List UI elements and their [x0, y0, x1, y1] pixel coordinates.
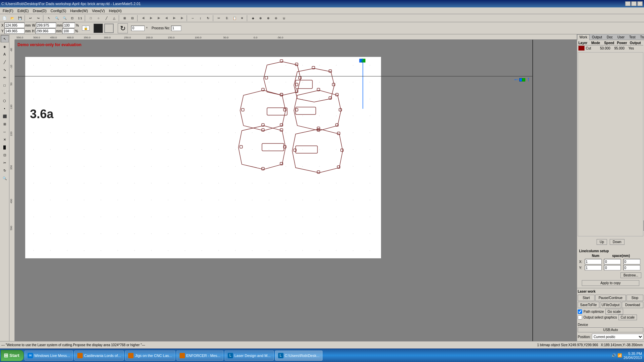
tool-bezier[interactable]: ∿ — [1, 66, 9, 73]
menu-handle[interactable]: Handle(W) — [68, 8, 90, 13]
toolbar-circle[interactable]: ○ — [95, 15, 102, 22]
tab-work[interactable]: Work — [577, 34, 590, 40]
toolbar-poly[interactable]: △ — [110, 15, 118, 22]
stop-button[interactable]: Stop — [627, 295, 643, 301]
x-num-input[interactable] — [585, 259, 602, 264]
tool-barcode[interactable]: ▐▌ — [1, 143, 9, 151]
tab-output[interactable]: Output — [590, 34, 604, 40]
tool-select[interactable]: ↖ — [1, 35, 9, 42]
y-input[interactable] — [4, 28, 25, 34]
tab-user[interactable]: User — [615, 34, 627, 40]
start-button[interactable]: Start — [578, 295, 595, 301]
tool-rotate[interactable]: ↻ — [1, 167, 9, 174]
tool-cross[interactable]: ✕ — [1, 136, 9, 143]
tool-rect[interactable]: □ — [1, 81, 9, 89]
toolbar-zoom-fit[interactable]: ⊡ — [69, 15, 76, 22]
taskbar-castlevania[interactable]: Castlevania Lords of... — [74, 351, 124, 361]
toolbar-save[interactable]: 💾 — [16, 15, 24, 22]
tool-grid[interactable]: ⊞ — [1, 120, 9, 128]
path-optimize-checkbox[interactable] — [578, 309, 582, 314]
position-select[interactable]: Current positic Absolute origin Machine … — [592, 334, 643, 340]
rotation-input[interactable] — [131, 26, 145, 31]
color-swatch[interactable] — [93, 24, 103, 33]
toolbar-union[interactable]: ⊔ — [280, 15, 288, 22]
toolbar-align-center[interactable]: ⫸ — [147, 15, 155, 22]
toolbar-intersect[interactable]: ⊗ — [265, 15, 272, 22]
stroke-swatch[interactable] — [104, 24, 114, 33]
toolbar-align-top[interactable]: ⫷ — [163, 15, 170, 22]
toolbar-align-right[interactable]: ⫸ — [155, 15, 162, 22]
tool-fill[interactable]: ⬛ — [1, 112, 9, 120]
toolbar-zoom-in[interactable]: 🔍 — [53, 15, 61, 22]
tool-line[interactable]: ╱ — [1, 58, 9, 66]
toolbar-delete[interactable]: ✕ — [238, 15, 246, 22]
x-input[interactable] — [4, 23, 25, 28]
toolbar-rotate90[interactable]: ↻ — [204, 15, 212, 22]
x-space-input[interactable] — [604, 259, 621, 264]
pause-button[interactable]: Pause/Continue — [595, 295, 626, 301]
toolbar-mirror-v[interactable]: ↕ — [197, 15, 204, 22]
tool-point[interactable]: • — [1, 105, 9, 112]
toolbar-undo[interactable]: ↩ — [27, 15, 34, 22]
toolbar-mirror-h[interactable]: ↔ — [189, 15, 196, 22]
process-no-input[interactable] — [171, 26, 181, 31]
toolbar-subtract[interactable]: ⊖ — [272, 15, 280, 22]
toolbar-weld[interactable]: ⊕ — [257, 15, 264, 22]
menu-edit[interactable]: Edit(E) — [15, 8, 31, 13]
go-scale-button[interactable]: Go scale — [605, 309, 623, 315]
canvas[interactable]: Demo version-only for evaluation 3.6a — [15, 40, 577, 341]
toolbar-cut[interactable]: ✂ — [215, 15, 223, 22]
y-disloc-input[interactable] — [623, 265, 640, 270]
tab-doc[interactable]: Doc — [604, 34, 615, 40]
lock-ratio-icon[interactable]: 🔒 — [82, 26, 89, 31]
menu-help[interactable]: Help(H) — [107, 8, 124, 13]
maximize-button[interactable]: □ — [631, 1, 637, 6]
toolbar-zoom-100[interactable]: 1:1 — [76, 15, 84, 22]
toolbar-rect[interactable]: □ — [87, 15, 94, 22]
u-file-output-button[interactable]: UFileOutput — [600, 302, 621, 308]
x-disloc-input[interactable] — [623, 259, 640, 264]
toolbar-paste[interactable]: 📋 — [231, 15, 238, 22]
toolbar-open[interactable]: 📂 — [8, 15, 16, 22]
start-button[interactable]: ⊞ Start — [1, 350, 24, 361]
toolbar-align-mid[interactable]: ⫸ — [171, 15, 178, 22]
up-button[interactable]: Up — [597, 239, 607, 245]
taskbar-enforcer[interactable]: ENFORCER - Mes... — [177, 351, 223, 361]
tool-circle[interactable]: ○ — [1, 89, 9, 97]
output-select-checkbox[interactable] — [578, 315, 582, 320]
width-input[interactable] — [36, 23, 56, 28]
taskbar-laser-design[interactable]: L Laser Design and M... — [225, 351, 274, 361]
cut-scale-button[interactable]: Cut scale — [618, 315, 637, 320]
minimize-button[interactable]: − — [625, 1, 631, 6]
toolbar-align-bottom[interactable]: ⫸ — [178, 15, 186, 22]
download-button[interactable]: Download — [622, 302, 643, 308]
apply-to-copy-button[interactable]: Apply to copy — [582, 280, 640, 286]
y-num-input[interactable] — [585, 265, 602, 270]
height-pct[interactable] — [62, 28, 74, 34]
close-button[interactable]: × — [637, 1, 643, 6]
toolbar-copy[interactable]: ⎘ — [223, 15, 230, 22]
taskbar-current-file[interactable]: L C:\Users\Rob\Desk... — [275, 351, 323, 361]
rotate-btn[interactable]: ↻ — [118, 23, 128, 33]
tab-test[interactable]: Test — [627, 34, 638, 40]
toolbar-line[interactable]: ╱ — [103, 15, 110, 22]
toolbar-zoom-out[interactable]: 🔍 — [61, 15, 68, 22]
tab-transform[interactable]: Transform — [638, 34, 644, 40]
toolbar-node-edit[interactable]: ◈ — [249, 15, 257, 22]
bestrew-button[interactable]: Bestrew... — [620, 272, 641, 278]
tool-cut-path[interactable]: ✂ — [1, 159, 9, 166]
tool-polygon[interactable]: ⬡ — [1, 97, 9, 104]
menu-config[interactable]: Config(S) — [48, 8, 68, 13]
toolbar-align-left[interactable]: ⫷ — [140, 15, 147, 22]
menu-file[interactable]: File(F) — [1, 8, 15, 13]
toolbar-select[interactable]: ↖ — [45, 15, 53, 22]
menu-draw[interactable]: Draw(D) — [31, 8, 48, 13]
tool-zoom[interactable]: 🔍 — [1, 174, 9, 182]
taskbar-jigs-cnc[interactable]: Jigs on the CNC Las... — [125, 351, 175, 361]
width-pct[interactable] — [63, 23, 75, 28]
y-space-input[interactable] — [604, 265, 621, 270]
layer-row[interactable]: Cut 50.000 95.000 Yes — [578, 45, 643, 51]
tool-node[interactable]: ◈ — [1, 43, 9, 50]
taskbar-windows-live[interactable]: ✉ Windows Live Mess... — [25, 351, 73, 361]
save-to-file-button[interactable]: SaveToFile — [578, 302, 599, 308]
